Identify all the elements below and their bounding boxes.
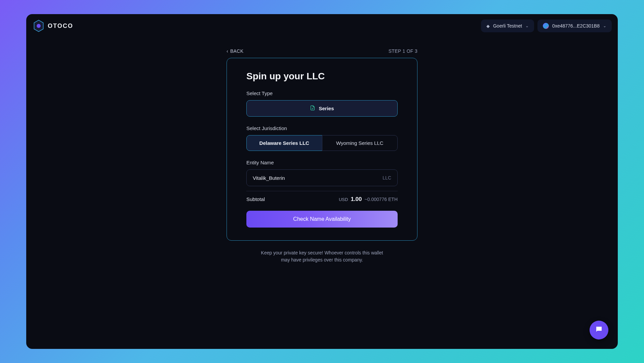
form-card: Spin up your LLC Select Type Series Sele… [227,58,417,241]
svg-point-1 [37,24,41,28]
wallet-address: 0xe48776...E2C301B8 [552,23,600,29]
brand[interactable]: OTOCO [32,19,73,32]
wallet-avatar-icon [543,23,549,29]
wallet-selector[interactable]: 0xe48776...E2C301B8 ⌄ [537,19,612,32]
step-meta-row: ‹ BACK STEP 1 OF 3 [227,48,417,54]
topbar: OTOCO ◆ Goerli Testnet ⌄ 0xe48776...E2C3… [32,19,612,35]
top-controls: ◆ Goerli Testnet ⌄ 0xe48776...E2C301B8 ⌄ [481,19,612,32]
logo-icon [33,19,44,32]
usd-currency-label: USD [339,197,348,202]
back-label: BACK [230,48,243,54]
entity-name-suffix: LLC [383,175,391,180]
type-label: Select Type [246,90,398,96]
jurisdiction-group: Delaware Series LLC Wyoming Series LLC [246,135,398,151]
document-icon [310,105,315,112]
app-window: OTOCO ◆ Goerli Testnet ⌄ 0xe48776...E2C3… [26,14,618,349]
step-indicator: STEP 1 OF 3 [389,48,417,54]
jurisdiction-label: Select Jurisdiction [246,125,398,131]
jurisdiction-label-delaware: Delaware Series LLC [259,140,309,146]
type-option-series[interactable]: Series [246,100,398,117]
chevron-down-icon: ⌄ [603,24,606,28]
entity-name-input[interactable] [253,175,383,181]
subtotal-row: Subtotal USD 1.00 ~0.000776 ETH [246,196,398,203]
subtotal-label: Subtotal [246,196,265,202]
subtotal-values: USD 1.00 ~0.000776 ETH [339,196,398,203]
back-button[interactable]: ‹ BACK [227,48,243,54]
network-selector[interactable]: ◆ Goerli Testnet ⌄ [481,19,534,32]
page-title: Spin up your LLC [246,71,398,82]
divider [246,191,398,191]
check-availability-label: Check Name Availability [293,216,351,222]
ethereum-icon: ◆ [486,24,490,29]
chat-icon [595,325,603,335]
chat-launcher[interactable] [590,321,608,339]
eth-approx: ~0.000776 ETH [365,197,398,202]
usd-amount: 1.00 [351,196,362,203]
footnote: Keep your private key secure! Whoever co… [227,249,417,264]
network-label: Goerli Testnet [493,23,522,29]
brand-name: OTOCO [48,23,73,30]
entity-name-label: Entity Name [246,160,398,165]
chevron-left-icon: ‹ [227,48,228,54]
type-option-label: Series [319,106,334,111]
content: ‹ BACK STEP 1 OF 3 Spin up your LLC Sele… [32,48,612,264]
jurisdiction-option-wyoming[interactable]: Wyoming Series LLC [322,135,398,151]
entity-name-field-wrap: LLC [246,169,398,186]
chevron-down-icon: ⌄ [525,24,529,28]
check-availability-button[interactable]: Check Name Availability [246,211,398,228]
jurisdiction-option-delaware[interactable]: Delaware Series LLC [246,135,322,151]
jurisdiction-label-wyoming: Wyoming Series LLC [336,140,384,146]
